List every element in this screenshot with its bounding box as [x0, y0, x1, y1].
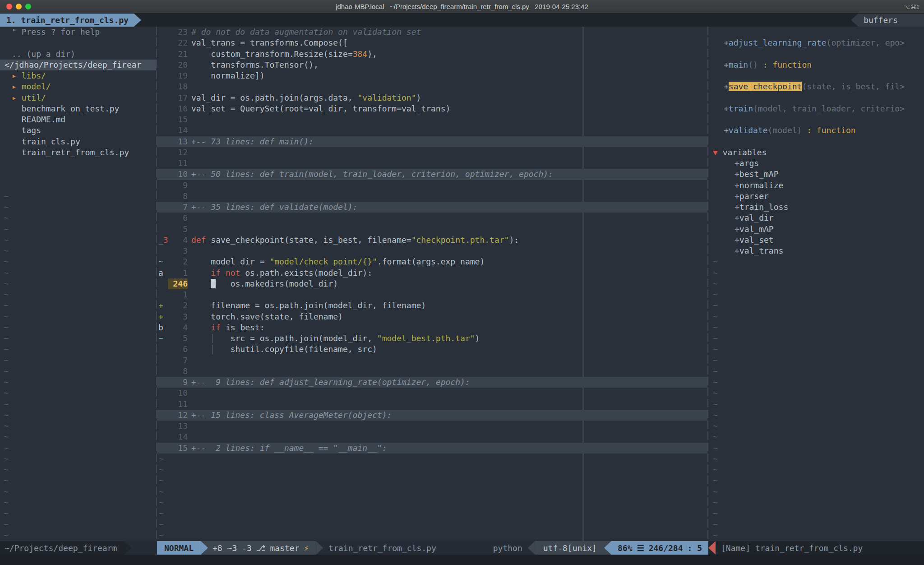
- tagbar-empty-line: ~: [708, 311, 924, 322]
- editor-line[interactable]: +3 torch.save(state, filename): [157, 311, 707, 322]
- tagbar-empty-line: ~: [708, 464, 924, 475]
- tree-folder-libs[interactable]: ▸ libs/: [0, 70, 156, 81]
- editor-line[interactable]: +2 filename = os.path.join(model_dir, fi…: [157, 300, 707, 311]
- editor-fold-line[interactable]: 12+-- 15 lines: class AverageMeter(objec…: [157, 410, 707, 421]
- tree-up-dir[interactable]: .. (up a dir): [0, 49, 156, 60]
- tree-folder-util[interactable]: ▸ util/: [0, 93, 156, 103]
- editor-line[interactable]: 11: [157, 158, 707, 169]
- editor-line[interactable]: 1: [157, 289, 707, 300]
- terminal-window: jdhao-MBP.local ~/Projects/deep_firearm/…: [0, 0, 924, 565]
- editor-fold-line[interactable]: 7+-- 35 lines: def validate(model):: [157, 202, 707, 213]
- editor-line[interactable]: 3: [157, 245, 707, 256]
- tree-file-readme[interactable]: README.md: [0, 114, 156, 125]
- tree-folder-model[interactable]: ▸ model/: [0, 81, 156, 92]
- editor-line[interactable]: a1 if not os.path.exists(model_dir):: [157, 268, 707, 278]
- editor-line[interactable]: ~5 src = os.path.join(model_dir, "model_…: [157, 333, 707, 344]
- editor-line[interactable]: _34def save_checkpoint(state, is_best, f…: [157, 235, 707, 245]
- tag-variable-val-dir[interactable]: +val_dir: [708, 213, 924, 223]
- editor-line[interactable]: 16val_set = QuerySet(root=val_dir, trans…: [157, 103, 707, 114]
- editor-line[interactable]: 23# do not do data augmentation on valid…: [157, 27, 707, 37]
- tagbar-empty-line: ~: [708, 421, 924, 431]
- editor-fold-line[interactable]: 15+-- 2 lines: if __name__ == "__main__"…: [157, 443, 707, 454]
- line-number: 10: [168, 169, 188, 180]
- tree-empty-line: ~: [0, 475, 156, 486]
- tag-variable-val-trans[interactable]: +val_trans: [708, 245, 924, 256]
- tree-file-tags[interactable]: tags: [0, 125, 156, 136]
- editor-empty-line: ~: [157, 454, 707, 464]
- line-number: 4: [168, 235, 188, 245]
- tag-function-save-checkpoint[interactable]: +save_checkpoint(state, is_best, fil>: [708, 81, 924, 92]
- editor-line[interactable]: 13: [157, 421, 707, 431]
- editor-line[interactable]: 10: [157, 388, 707, 398]
- tag-function-validate[interactable]: +validate(model) : function: [708, 125, 924, 136]
- editor-line[interactable]: 246 os.makedirs(model_dir): [157, 278, 707, 289]
- editor-line[interactable]: b4 if is_best:: [157, 322, 707, 333]
- zoom-button[interactable]: [25, 4, 31, 9]
- editor-line[interactable]: 17val_dir = os.path.join(args.data, "val…: [157, 93, 707, 103]
- tabline-fill: [141, 14, 851, 27]
- tag-variable-parser[interactable]: +parser: [708, 191, 924, 202]
- tag-variable-normalize[interactable]: +normalize: [708, 180, 924, 191]
- editor-line[interactable]: 14: [157, 431, 707, 442]
- tagbar-empty-line: ~: [708, 454, 924, 464]
- editor-line[interactable]: 8: [157, 191, 707, 202]
- tagbar-empty-line: ~: [708, 388, 924, 398]
- editor-line[interactable]: 18: [157, 81, 707, 92]
- buffers-label[interactable]: buffers: [858, 14, 924, 27]
- editor-line[interactable]: 6: [157, 213, 707, 223]
- tab-arrow-icon: [134, 14, 141, 27]
- tree-root[interactable]: </jdhao/Projects/deep_firear: [0, 60, 156, 70]
- editor-line[interactable]: 20 transforms.ToTensor(),: [157, 60, 707, 70]
- tree-file-train-retr[interactable]: train_retr_from_cls.py: [0, 147, 156, 158]
- tab-train-retr-from-cls[interactable]: 1. train_retr_from_cls.py: [0, 14, 134, 27]
- line-number: 13: [168, 421, 188, 431]
- tag-variable-train-loss[interactable]: +train_loss: [708, 202, 924, 213]
- tree-empty-line: ~: [0, 344, 156, 355]
- editor-line[interactable]: 7: [157, 355, 707, 366]
- tree-file-train-cls[interactable]: train_cls.py: [0, 136, 156, 147]
- tag-function-adjust-learning-rate[interactable]: +adjust_learning_rate(optimizer, epo>: [708, 37, 924, 48]
- buffers-arrow-icon: [851, 14, 858, 27]
- tree-empty-line: ~: [0, 431, 156, 442]
- tree-empty-line: ~: [0, 268, 156, 278]
- editor-fold-line[interactable]: 10+-- 50 lines: def train(model, train_l…: [157, 169, 707, 180]
- editor-line[interactable]: 14: [157, 125, 707, 136]
- editor-line[interactable]: ~2 model_dir = "model/check_point/{}".fo…: [157, 256, 707, 267]
- red-arrow-icon: [708, 541, 716, 555]
- editor-fold-line[interactable]: 9+-- 9 lines: def adjust_learning_rate(o…: [157, 377, 707, 388]
- minimize-button[interactable]: [16, 4, 22, 9]
- tag-function-train[interactable]: +train(model, train_loader, criterio>: [708, 103, 924, 114]
- close-button[interactable]: [6, 4, 12, 9]
- mode-label: NORMAL: [164, 543, 194, 553]
- tag-variable-val-mAP[interactable]: +val_mAP: [708, 224, 924, 235]
- tree-blank: [0, 169, 156, 180]
- tree-help: " Press ? for help: [0, 27, 156, 37]
- tag-variable-args[interactable]: +args: [708, 158, 924, 169]
- editor-line[interactable]: 12: [157, 147, 707, 158]
- line-number: 2: [168, 300, 188, 311]
- tag-function-main[interactable]: +main() : function: [708, 60, 924, 70]
- editor-line[interactable]: 6 shutil.copyfile(filename, src): [157, 344, 707, 355]
- editor-line[interactable]: 9: [157, 180, 707, 191]
- tree-empty-line: ~: [0, 202, 156, 213]
- editor-line[interactable]: 11: [157, 399, 707, 410]
- line-number: 8: [168, 366, 188, 377]
- tree-file-benchmark[interactable]: benchmark_on_test.py: [0, 103, 156, 114]
- editor-line[interactable]: 21 custom_transform.Resize(size=384),: [157, 49, 707, 60]
- editor-line[interactable]: 19 normalize]): [157, 70, 707, 81]
- editor-fold-line[interactable]: 13+-- 73 lines: def main():: [157, 136, 707, 147]
- line-number: 7: [168, 355, 188, 366]
- editor-line[interactable]: 22val_trans = transforms.Compose([: [157, 37, 707, 48]
- editor-line[interactable]: 15: [157, 114, 707, 125]
- tag-variable-best-mAP[interactable]: +best_mAP: [708, 169, 924, 180]
- tree-empty-line: ~: [0, 245, 156, 256]
- editor-line[interactable]: 5: [157, 224, 707, 235]
- indent-guide: [212, 334, 213, 343]
- tag-variable-val-set[interactable]: +val_set: [708, 235, 924, 245]
- editor-line[interactable]: 8: [157, 366, 707, 377]
- tagbar-section-variables[interactable]: ▼ variables: [708, 147, 924, 158]
- tree-empty-line: ~: [0, 224, 156, 235]
- powerline-arrow-icon: [124, 541, 131, 555]
- line-number: 21: [168, 49, 188, 60]
- tree-blank: [0, 158, 156, 169]
